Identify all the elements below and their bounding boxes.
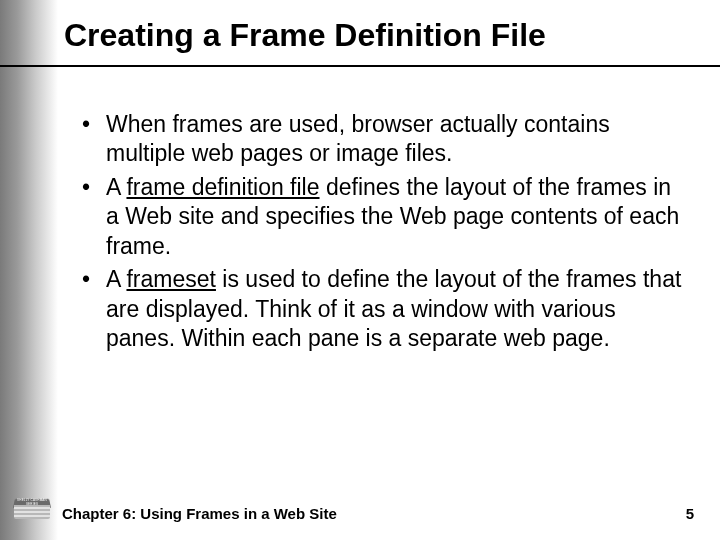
bullet-term-underlined: frameset <box>126 266 215 292</box>
bullet-item: A frame definition file defines the layo… <box>78 173 690 261</box>
side-gradient-decoration <box>0 0 58 540</box>
bullet-list: When frames are used, browser actually c… <box>78 110 690 354</box>
page-number: 5 <box>686 505 694 522</box>
chapter-label: Chapter 6: Using Frames in a Web Site <box>62 505 337 522</box>
bullet-text: When frames are used, browser actually c… <box>106 111 610 166</box>
series-logo-icon: SHELLY CASHMAN SERIES <box>10 496 54 526</box>
slide-title: Creating a Frame Definition File <box>64 18 690 53</box>
slide-footer: SHELLY CASHMAN SERIES Chapter 6: Using F… <box>0 496 720 526</box>
slide-body: When frames are used, browser actually c… <box>78 110 690 358</box>
bullet-text: A <box>106 174 126 200</box>
bullet-item: When frames are used, browser actually c… <box>78 110 690 169</box>
bullet-item: A frameset is used to define the layout … <box>78 265 690 353</box>
bullet-term-underlined: frame definition file <box>126 174 319 200</box>
slide: Creating a Frame Definition File When fr… <box>0 0 720 540</box>
title-underline-rule <box>0 65 720 67</box>
bullet-text: A <box>106 266 126 292</box>
